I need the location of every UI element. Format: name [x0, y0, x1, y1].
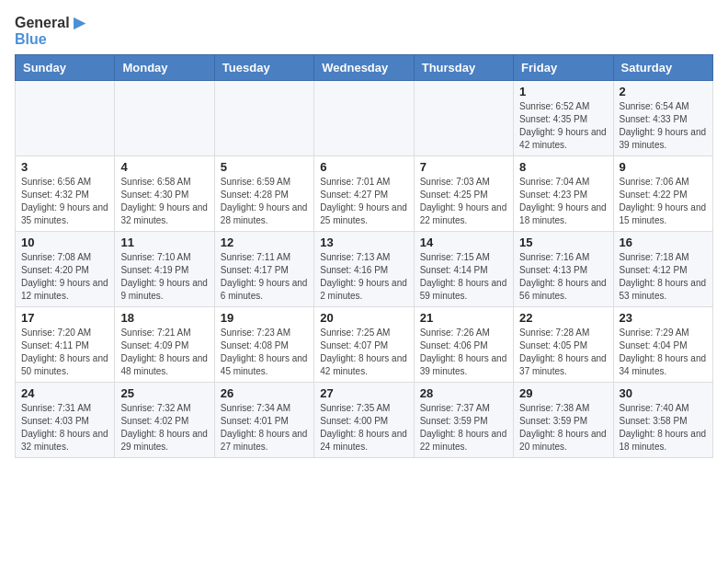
day-info: Sunrise: 7:04 AM Sunset: 4:23 PM Dayligh…	[519, 176, 607, 227]
day-info: Sunrise: 7:16 AM Sunset: 4:13 PM Dayligh…	[519, 251, 607, 303]
calendar-header-tuesday: Tuesday	[214, 55, 313, 81]
day-number: 15	[519, 236, 607, 249]
calendar-header-saturday: Saturday	[613, 55, 712, 81]
day-info: Sunrise: 7:32 AM Sunset: 4:02 PM Dayligh…	[120, 402, 208, 454]
day-info: Sunrise: 7:38 AM Sunset: 3:59 PM Dayligh…	[519, 402, 607, 454]
calendar-cell: 11Sunrise: 7:10 AM Sunset: 4:19 PM Dayli…	[115, 232, 214, 307]
calendar-cell: 3Sunrise: 6:56 AM Sunset: 4:32 PM Daylig…	[16, 156, 115, 232]
day-number: 1	[519, 85, 607, 98]
day-info: Sunrise: 7:11 AM Sunset: 4:17 PM Dayligh…	[221, 251, 308, 303]
calendar-cell: 4Sunrise: 6:58 AM Sunset: 4:30 PM Daylig…	[115, 156, 214, 232]
calendar-cell: 28Sunrise: 7:37 AM Sunset: 3:59 PM Dayli…	[414, 383, 513, 458]
calendar-cell: 2Sunrise: 6:54 AM Sunset: 4:33 PM Daylig…	[613, 81, 712, 156]
day-number: 8	[519, 160, 607, 174]
calendar-cell: 19Sunrise: 7:23 AM Sunset: 4:08 PM Dayli…	[214, 307, 313, 383]
day-number: 7	[420, 160, 507, 174]
calendar-cell: 30Sunrise: 7:40 AM Sunset: 3:58 PM Dayli…	[613, 383, 712, 458]
calendar-cell: 20Sunrise: 7:25 AM Sunset: 4:07 PM Dayli…	[314, 307, 414, 383]
day-number: 19	[221, 311, 308, 325]
day-info: Sunrise: 6:59 AM Sunset: 4:28 PM Dayligh…	[221, 176, 308, 227]
day-number: 6	[320, 160, 407, 174]
calendar-header-friday: Friday	[514, 55, 613, 81]
day-info: Sunrise: 7:23 AM Sunset: 4:08 PM Dayligh…	[221, 327, 308, 378]
calendar-cell: 16Sunrise: 7:18 AM Sunset: 4:12 PM Dayli…	[613, 232, 712, 307]
calendar-cell: 12Sunrise: 7:11 AM Sunset: 4:17 PM Dayli…	[214, 232, 313, 307]
calendar-cell: 29Sunrise: 7:38 AM Sunset: 3:59 PM Dayli…	[514, 383, 613, 458]
day-number: 3	[21, 160, 108, 174]
day-number: 16	[620, 236, 707, 249]
calendar-week-row: 10Sunrise: 7:08 AM Sunset: 4:20 PM Dayli…	[16, 232, 713, 307]
logo-text: General ▶ Blue	[15, 15, 85, 47]
day-number: 27	[320, 386, 407, 400]
day-info: Sunrise: 6:58 AM Sunset: 4:30 PM Dayligh…	[120, 176, 208, 227]
calendar-week-row: 24Sunrise: 7:31 AM Sunset: 4:03 PM Dayli…	[16, 383, 713, 458]
calendar-cell: 23Sunrise: 7:29 AM Sunset: 4:04 PM Dayli…	[613, 307, 712, 383]
day-info: Sunrise: 7:06 AM Sunset: 4:22 PM Dayligh…	[620, 176, 707, 227]
calendar-cell: 18Sunrise: 7:21 AM Sunset: 4:09 PM Dayli…	[115, 307, 214, 383]
calendar-cell: 15Sunrise: 7:16 AM Sunset: 4:13 PM Dayli…	[514, 232, 613, 307]
day-info: Sunrise: 7:40 AM Sunset: 3:58 PM Dayligh…	[620, 402, 707, 454]
day-number: 20	[320, 311, 407, 325]
day-number: 4	[120, 160, 208, 174]
day-info: Sunrise: 7:10 AM Sunset: 4:19 PM Dayligh…	[120, 251, 208, 303]
calendar-header-monday: Monday	[115, 55, 214, 81]
calendar-cell	[214, 81, 313, 156]
day-number: 29	[519, 386, 607, 400]
calendar-cell: 13Sunrise: 7:13 AM Sunset: 4:16 PM Dayli…	[314, 232, 414, 307]
day-info: Sunrise: 7:35 AM Sunset: 4:00 PM Dayligh…	[320, 402, 407, 454]
day-number: 13	[320, 236, 407, 249]
logo: General ▶ Blue	[15, 15, 85, 47]
day-number: 28	[420, 386, 507, 400]
page-header: General ▶ Blue	[15, 15, 713, 47]
calendar-header-thursday: Thursday	[414, 55, 513, 81]
day-info: Sunrise: 7:37 AM Sunset: 3:59 PM Dayligh…	[420, 402, 507, 454]
day-number: 2	[620, 85, 707, 98]
day-number: 25	[120, 386, 208, 400]
day-number: 18	[120, 311, 208, 325]
day-info: Sunrise: 6:56 AM Sunset: 4:32 PM Dayligh…	[21, 176, 108, 227]
day-info: Sunrise: 6:52 AM Sunset: 4:35 PM Dayligh…	[519, 100, 607, 152]
calendar-cell: 9Sunrise: 7:06 AM Sunset: 4:22 PM Daylig…	[613, 156, 712, 232]
calendar-cell: 24Sunrise: 7:31 AM Sunset: 4:03 PM Dayli…	[16, 383, 115, 458]
day-number: 14	[420, 236, 507, 249]
day-number: 17	[21, 311, 108, 325]
day-info: Sunrise: 7:01 AM Sunset: 4:27 PM Dayligh…	[320, 176, 407, 227]
calendar-cell: 8Sunrise: 7:04 AM Sunset: 4:23 PM Daylig…	[514, 156, 613, 232]
day-number: 10	[21, 236, 108, 249]
calendar-cell: 22Sunrise: 7:28 AM Sunset: 4:05 PM Dayli…	[514, 307, 613, 383]
day-info: Sunrise: 7:15 AM Sunset: 4:14 PM Dayligh…	[420, 251, 507, 303]
calendar-cell: 14Sunrise: 7:15 AM Sunset: 4:14 PM Dayli…	[414, 232, 513, 307]
day-number: 22	[519, 311, 607, 325]
day-number: 23	[620, 311, 707, 325]
calendar-cell: 21Sunrise: 7:26 AM Sunset: 4:06 PM Dayli…	[414, 307, 513, 383]
calendar-cell	[314, 81, 414, 156]
calendar-cell	[115, 81, 214, 156]
day-info: Sunrise: 7:03 AM Sunset: 4:25 PM Dayligh…	[420, 176, 507, 227]
day-number: 5	[221, 160, 308, 174]
day-info: Sunrise: 7:28 AM Sunset: 4:05 PM Dayligh…	[519, 327, 607, 378]
day-info: Sunrise: 7:29 AM Sunset: 4:04 PM Dayligh…	[620, 327, 707, 378]
day-info: Sunrise: 7:26 AM Sunset: 4:06 PM Dayligh…	[420, 327, 507, 378]
calendar-cell: 6Sunrise: 7:01 AM Sunset: 4:27 PM Daylig…	[314, 156, 414, 232]
day-info: Sunrise: 7:13 AM Sunset: 4:16 PM Dayligh…	[320, 251, 407, 303]
calendar-cell: 27Sunrise: 7:35 AM Sunset: 4:00 PM Dayli…	[314, 383, 414, 458]
day-info: Sunrise: 7:18 AM Sunset: 4:12 PM Dayligh…	[620, 251, 707, 303]
calendar-cell: 17Sunrise: 7:20 AM Sunset: 4:11 PM Dayli…	[16, 307, 115, 383]
day-number: 11	[120, 236, 208, 249]
calendar-week-row: 1Sunrise: 6:52 AM Sunset: 4:35 PM Daylig…	[16, 81, 713, 156]
day-info: Sunrise: 7:25 AM Sunset: 4:07 PM Dayligh…	[320, 327, 407, 378]
day-info: Sunrise: 7:31 AM Sunset: 4:03 PM Dayligh…	[21, 402, 108, 454]
day-info: Sunrise: 6:54 AM Sunset: 4:33 PM Dayligh…	[620, 100, 707, 152]
calendar-cell: 7Sunrise: 7:03 AM Sunset: 4:25 PM Daylig…	[414, 156, 513, 232]
calendar-header-row: SundayMondayTuesdayWednesdayThursdayFrid…	[16, 55, 713, 81]
calendar-cell	[16, 81, 115, 156]
day-number: 12	[221, 236, 308, 249]
day-number: 21	[420, 311, 507, 325]
calendar-header-sunday: Sunday	[16, 55, 115, 81]
day-info: Sunrise: 7:20 AM Sunset: 4:11 PM Dayligh…	[21, 327, 108, 378]
day-info: Sunrise: 7:34 AM Sunset: 4:01 PM Dayligh…	[221, 402, 308, 454]
day-number: 24	[21, 386, 108, 400]
calendar-cell: 25Sunrise: 7:32 AM Sunset: 4:02 PM Dayli…	[115, 383, 214, 458]
calendar-cell: 10Sunrise: 7:08 AM Sunset: 4:20 PM Dayli…	[16, 232, 115, 307]
day-info: Sunrise: 7:08 AM Sunset: 4:20 PM Dayligh…	[21, 251, 108, 303]
